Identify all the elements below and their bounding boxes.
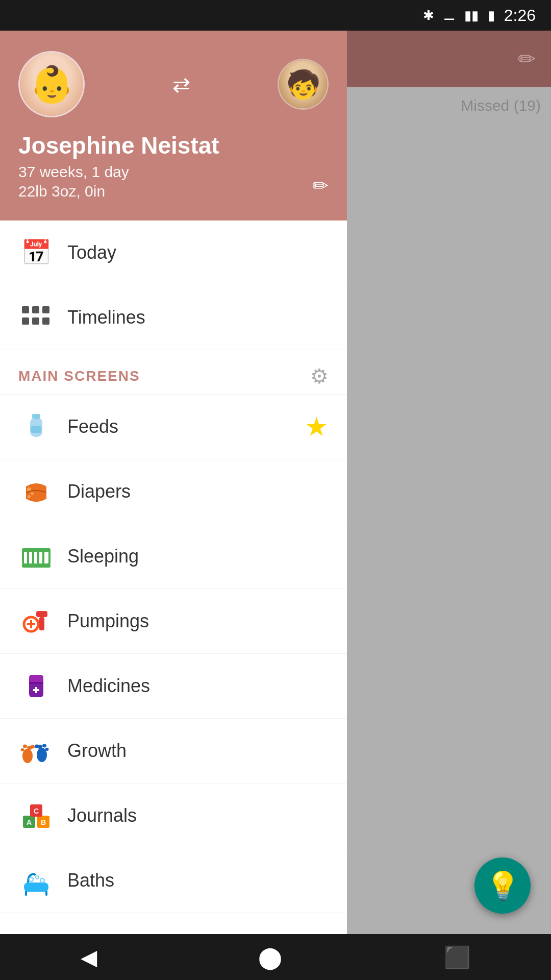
svg-rect-4 xyxy=(32,317,39,325)
svg-rect-0 xyxy=(22,306,29,313)
svg-rect-2 xyxy=(42,306,49,313)
medicines-icon xyxy=(18,668,54,704)
feeds-star-icon[interactable]: ★ xyxy=(305,411,329,442)
feeds-icon xyxy=(18,409,54,445)
status-bar: ✱ ⚊ ▮▮ ▮ 2:26 xyxy=(0,0,551,31)
bottom-nav: ◀ ⬤ ⬛ xyxy=(0,934,551,980)
svg-rect-8 xyxy=(31,426,41,433)
minus-circle-icon: ⚊ xyxy=(443,8,455,23)
nav-scroll[interactable]: 📅 Today Timelines MAIN SCREENS ⚙ xyxy=(0,220,347,934)
back-button[interactable]: ◀ xyxy=(81,945,97,970)
nav-label-today: Today xyxy=(67,242,116,263)
nav-label-growth: Growth xyxy=(67,740,127,762)
navigation-drawer: 👶 ⇄ 🧒 Josephine Neistat 37 weeks, 1 day … xyxy=(0,31,347,934)
svg-point-34 xyxy=(31,745,35,749)
svg-rect-20 xyxy=(36,611,47,617)
svg-rect-13 xyxy=(23,550,49,565)
pumpings-icon xyxy=(18,603,54,639)
nav-label-timelines: Timelines xyxy=(67,307,145,328)
baths-icon xyxy=(18,863,54,898)
right-pane-edit-icon[interactable]: ✏ xyxy=(518,46,536,71)
status-time: 2:26 xyxy=(504,6,536,25)
svg-rect-5 xyxy=(42,317,49,325)
nav-item-baths[interactable]: Baths xyxy=(0,848,347,913)
timelines-icon xyxy=(18,300,54,335)
nav-item-pumpings[interactable]: Pumpings xyxy=(0,589,347,654)
missed-badge: Missed (19) xyxy=(347,87,551,125)
svg-point-9 xyxy=(32,416,40,419)
svg-point-12 xyxy=(28,495,31,498)
nav-item-growth[interactable]: Growth xyxy=(0,719,347,783)
svg-point-32 xyxy=(23,745,27,748)
svg-text:A: A xyxy=(27,818,32,826)
svg-rect-21 xyxy=(39,617,44,630)
svg-rect-1 xyxy=(32,306,39,313)
growth-icon xyxy=(18,733,54,769)
lightbulb-icon: 💡 xyxy=(486,870,520,902)
svg-point-49 xyxy=(40,878,44,883)
nav-item-sleeping[interactable]: Sleeping xyxy=(0,524,347,589)
nav-label-pumpings: Pumpings xyxy=(67,610,149,632)
svg-rect-18 xyxy=(22,548,51,552)
nav-item-medicines[interactable]: Medicines xyxy=(0,654,347,719)
nav-label-sleeping: Sleeping xyxy=(67,546,139,567)
right-pane-header: ✏ xyxy=(347,31,551,87)
svg-point-37 xyxy=(42,744,46,748)
battery-icon: ▮ xyxy=(488,8,495,23)
section-title: MAIN SCREENS xyxy=(18,368,140,384)
nav-label-medicines: Medicines xyxy=(67,675,150,697)
nav-item-diapers[interactable]: Diapers xyxy=(0,459,347,524)
settings-icon[interactable]: ⚙ xyxy=(310,364,329,388)
section-header: MAIN SCREENS ⚙ xyxy=(0,350,347,395)
secondary-avatar[interactable]: 🧒 xyxy=(278,59,329,110)
nav-label-journals: Journals xyxy=(67,805,137,826)
svg-point-39 xyxy=(35,745,39,748)
primary-avatar[interactable]: 👶 xyxy=(18,51,85,117)
profile-weight: 22lb 3oz, 0in xyxy=(18,183,329,200)
svg-rect-3 xyxy=(22,317,29,325)
switch-profile-icon[interactable]: ⇄ xyxy=(97,72,265,97)
profile-edit-icon[interactable]: ✏ xyxy=(312,175,329,197)
svg-point-47 xyxy=(29,877,33,881)
svg-text:C: C xyxy=(34,807,39,815)
nav-item-feeds[interactable]: Feeds ★ xyxy=(0,395,347,459)
fab-button[interactable]: 💡 xyxy=(474,857,531,914)
profile-name: Josephine Neistat xyxy=(18,132,329,159)
svg-rect-19 xyxy=(22,564,51,568)
home-button[interactable]: ⬤ xyxy=(258,945,282,970)
bluetooth-icon: ✱ xyxy=(423,8,434,23)
svg-rect-26 xyxy=(29,675,43,683)
svg-point-33 xyxy=(21,748,24,751)
calendar-icon: 📅 xyxy=(18,235,54,271)
recents-button[interactable]: ⬛ xyxy=(444,945,470,970)
sleeping-icon xyxy=(18,538,54,574)
nav-item-timelines[interactable]: Timelines xyxy=(0,285,347,350)
nav-item-today[interactable]: 📅 Today xyxy=(0,220,347,285)
nav-label-feeds: Feeds xyxy=(67,416,118,437)
svg-point-48 xyxy=(36,876,39,879)
drawer-header: 👶 ⇄ 🧒 Josephine Neistat 37 weeks, 1 day … xyxy=(0,31,347,220)
svg-point-38 xyxy=(45,748,49,751)
svg-text:B: B xyxy=(41,818,46,826)
journals-icon: A B C xyxy=(18,798,54,834)
nav-label-diapers: Diapers xyxy=(67,481,131,502)
signal-icon: ▮▮ xyxy=(464,8,479,23)
svg-point-11 xyxy=(31,492,34,495)
nav-label-baths: Baths xyxy=(67,870,114,891)
profile-age: 37 weeks, 1 day xyxy=(18,163,329,181)
svg-point-30 xyxy=(22,749,33,763)
nav-item-journals[interactable]: A B C Journals xyxy=(0,783,347,848)
right-pane: ✏ Missed (19) xyxy=(347,31,551,934)
diapers-icon xyxy=(18,474,54,509)
svg-rect-46 xyxy=(24,883,48,892)
avatar-row: 👶 ⇄ 🧒 xyxy=(18,51,329,117)
